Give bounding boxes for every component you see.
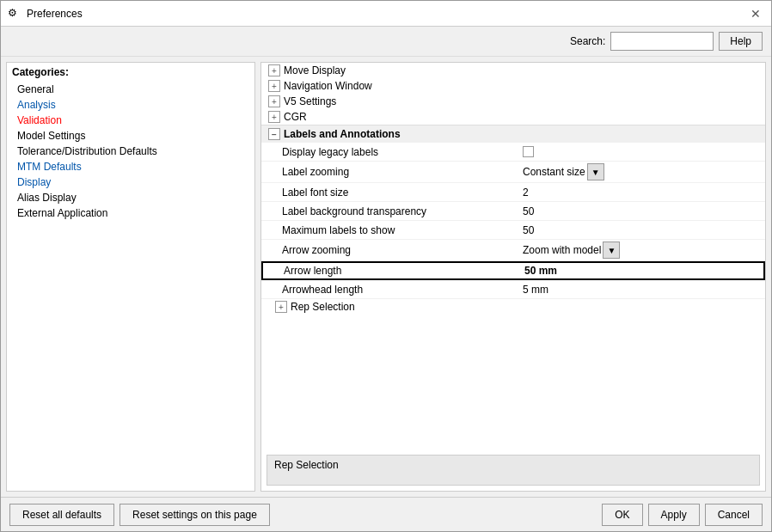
status-text: Rep Selection <box>274 459 339 471</box>
prop-value-font-size: 2 <box>523 187 758 199</box>
prop-label-legacy: Display legacy labels <box>282 146 523 158</box>
dropdown-arrow-arrow-zooming[interactable]: ▼ <box>603 242 620 259</box>
prop-label-arrow-length: Arrow length <box>284 265 524 277</box>
expand-icon-cgr[interactable]: + <box>268 111 280 123</box>
expand-icon-rep-selection[interactable]: + <box>275 301 287 313</box>
dialog-body: Search: Help Categories: General Analysi… <box>1 27 771 497</box>
sidebar-item-external[interactable]: External Application <box>7 205 254 221</box>
prop-label-arrow-zooming: Arrow zooming <box>282 244 523 256</box>
sidebar-item-model-settings[interactable]: Model Settings <box>7 128 254 144</box>
section-labels-annotations[interactable]: − Labels and Annotations <box>261 125 765 143</box>
footer-left: Reset all defaults Reset settings on thi… <box>9 504 270 526</box>
prop-row-arrowhead-length: Arrowhead length 5 mm <box>261 280 765 299</box>
reset-page-button[interactable]: Reset settings on this page <box>119 504 270 526</box>
preferences-dialog: ⚙ Preferences ✕ Search: Help Categories:… <box>0 0 772 532</box>
dialog-title: Preferences <box>27 8 83 20</box>
prop-row-legacy-labels: Display legacy labels <box>261 143 765 162</box>
sidebar-item-analysis[interactable]: Analysis <box>7 97 254 113</box>
ok-button[interactable]: OK <box>602 504 642 526</box>
prop-row-arrow-zooming: Arrow zooming Zoom with model ▼ <box>261 240 765 261</box>
sidebar-item-mtm[interactable]: MTM Defaults <box>7 159 254 174</box>
sidebar-item-display[interactable]: Display <box>7 174 254 190</box>
tree-label-rep-selection: Rep Selection <box>291 301 355 313</box>
tree-area: + Move Display + Navigation Window + V5 … <box>261 63 765 455</box>
status-bar: Rep Selection <box>267 455 760 486</box>
dialog-icon: ⚙ <box>8 7 21 21</box>
top-bar: Search: Help <box>1 27 771 57</box>
sidebar-title: Categories: <box>7 63 254 82</box>
prop-label-zooming: Label zooming <box>282 166 523 178</box>
prop-value-bg-transparency: 50 <box>523 205 758 217</box>
prop-label-arrowhead-length: Arrowhead length <box>282 284 523 296</box>
prop-row-label-zooming: Label zooming Constant size ▼ <box>261 162 765 183</box>
prop-value-arrow-length: 50 mm <box>524 265 757 277</box>
footer: Reset all defaults Reset settings on thi… <box>1 497 771 531</box>
prop-label-bg-transparency: Label background transparency <box>282 205 523 217</box>
tree-label-nav-window: Navigation Window <box>284 80 372 92</box>
prop-row-arrow-length[interactable]: Arrow length 50 mm <box>261 261 765 280</box>
prop-value-arrowhead-length: 5 mm <box>523 284 758 296</box>
prop-value-max-labels: 50 <box>523 224 758 236</box>
main-area: Categories: General Analysis Validation … <box>1 57 771 497</box>
dropdown-value-arrow-zooming: Zoom with model <box>523 244 601 256</box>
sidebar: Categories: General Analysis Validation … <box>6 62 255 492</box>
prop-row-bg-transparency: Label background transparency 50 <box>261 202 765 221</box>
search-label: Search: <box>570 35 605 47</box>
prop-row-max-labels: Maximum labels to show 50 <box>261 221 765 240</box>
tree-label-cgr: CGR <box>284 111 307 123</box>
tree-label-v5-settings: V5 Settings <box>284 95 336 107</box>
prop-label-max-labels: Maximum labels to show <box>282 224 523 236</box>
search-input[interactable] <box>610 32 714 51</box>
checkbox-legacy-labels[interactable] <box>523 146 534 157</box>
content-area: + Move Display + Navigation Window + V5 … <box>260 62 766 492</box>
close-button[interactable]: ✕ <box>747 5 764 22</box>
prop-label-font-size: Label font size <box>282 187 523 199</box>
tree-item-v5-settings[interactable]: + V5 Settings <box>261 94 765 109</box>
expand-icon-move-display[interactable]: + <box>268 64 280 76</box>
footer-right: OK Apply Cancel <box>602 504 763 526</box>
prop-value-arrow-zooming: Zoom with model ▼ <box>523 242 620 259</box>
prop-row-font-size: Label font size 2 <box>261 183 765 202</box>
sidebar-item-general[interactable]: General <box>7 82 254 97</box>
reset-all-button[interactable]: Reset all defaults <box>9 504 114 526</box>
dropdown-arrow-zooming[interactable]: ▼ <box>587 163 604 180</box>
expand-icon-labels[interactable]: − <box>268 128 280 140</box>
cancel-button[interactable]: Cancel <box>705 504 763 526</box>
prop-value-zooming: Constant size ▼ <box>523 163 604 180</box>
title-bar-left: ⚙ Preferences <box>8 7 83 21</box>
sidebar-item-tolerance[interactable]: Tolerance/Distribution Defaults <box>7 144 254 159</box>
sidebar-item-alias[interactable]: Alias Display <box>7 190 254 205</box>
tree-item-cgr[interactable]: + CGR <box>261 109 765 125</box>
expand-icon-nav-window[interactable]: + <box>268 80 280 92</box>
dropdown-value-zooming: Constant size <box>523 166 585 178</box>
expand-icon-v5-settings[interactable]: + <box>268 95 280 107</box>
tree-label-move-display: Move Display <box>284 64 346 76</box>
title-bar: ⚙ Preferences ✕ <box>1 1 771 27</box>
tree-item-rep-selection[interactable]: + Rep Selection <box>268 299 765 315</box>
sidebar-item-validation[interactable]: Validation <box>7 113 254 128</box>
tree-item-move-display[interactable]: + Move Display <box>261 63 765 78</box>
apply-button[interactable]: Apply <box>648 504 700 526</box>
section-label-annotations: Labels and Annotations <box>284 128 401 140</box>
tree-item-nav-window[interactable]: + Navigation Window <box>261 78 765 94</box>
help-button[interactable]: Help <box>719 32 763 51</box>
